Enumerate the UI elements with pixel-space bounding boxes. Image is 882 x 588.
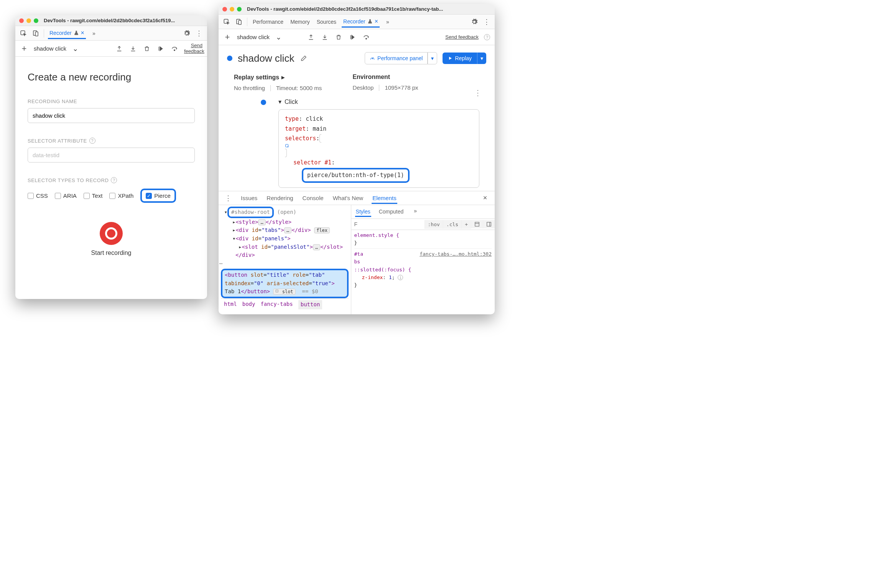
settings-gear-icon[interactable]: [183, 29, 191, 38]
checkbox-text[interactable]: Text: [84, 192, 103, 199]
delete-icon[interactable]: [334, 33, 343, 41]
flex-badge[interactable]: flex: [314, 227, 330, 233]
elements-dom-tree[interactable]: ▾#shadow-root (open) ▸<style>…</style> ▸…: [219, 205, 351, 314]
close-tab-icon[interactable]: ×: [81, 30, 84, 36]
styles-pane: Styles Computed » :hov .cls +: [351, 205, 495, 314]
recording-selector[interactable]: shadow click ⌄: [34, 45, 110, 52]
drawer-tab-elements[interactable]: Elements: [372, 192, 397, 204]
close-window-button[interactable]: [222, 7, 227, 11]
step-over-icon[interactable]: [170, 44, 179, 53]
minimize-window-button[interactable]: [26, 18, 31, 23]
checkbox-pierce[interactable]: ✓ Pierce: [146, 192, 171, 199]
kebab-menu-icon[interactable]: [482, 18, 491, 26]
inspect-icon[interactable]: [222, 18, 231, 26]
more-tabs-icon[interactable]: »: [411, 207, 420, 215]
styles-tab[interactable]: Styles: [355, 207, 371, 217]
step-header[interactable]: ▾ Click ⋮: [278, 98, 479, 105]
new-recording-button[interactable]: +: [20, 44, 28, 53]
import-icon[interactable]: [129, 44, 137, 53]
new-style-rule-icon[interactable]: +: [461, 220, 471, 229]
close-tab-icon[interactable]: ×: [375, 18, 378, 25]
crumb-html[interactable]: html: [224, 300, 237, 309]
import-icon[interactable]: [321, 33, 329, 41]
close-window-button[interactable]: [19, 18, 24, 23]
step-details: type: click target: main selectors: sele…: [278, 109, 479, 188]
inspect-icon[interactable]: [19, 29, 28, 38]
styles-filter-input[interactable]: [351, 219, 425, 230]
more-tabs-icon[interactable]: »: [90, 29, 98, 38]
dom-breadcrumbs[interactable]: html body fancy-tabs button: [221, 298, 349, 311]
device-toggle-icon[interactable]: [31, 29, 40, 38]
drawer-tab-whats-new[interactable]: What's New: [332, 192, 364, 204]
performance-panel-dropdown[interactable]: Performance panel ▾: [365, 52, 437, 64]
dropdown-caret[interactable]: ▾: [477, 53, 486, 64]
send-feedback-link[interactable]: Send feedback: [445, 34, 479, 40]
replay-button-group[interactable]: Replay ▾: [443, 53, 486, 64]
selector-types-group: CSS ARIA Text XPath ✓ Pierce: [28, 189, 195, 203]
tab-recorder[interactable]: Recorder ×: [48, 27, 86, 39]
crumb-body[interactable]: body: [242, 300, 255, 309]
settings-gear-icon[interactable]: [470, 18, 479, 26]
toggle-sidebar-icon[interactable]: [483, 220, 495, 228]
tab-sources[interactable]: Sources: [315, 16, 338, 27]
slot-badge[interactable]: slot: [273, 289, 295, 295]
source-link[interactable]: fancy-tabs-….mo.html:302: [420, 250, 492, 258]
crumb-button[interactable]: button: [298, 300, 323, 309]
device-toggle-icon[interactable]: [235, 18, 243, 26]
step-over-icon[interactable]: [362, 33, 370, 41]
help-icon[interactable]: ?: [89, 138, 95, 144]
crumb-fancy-tabs[interactable]: fancy-tabs: [260, 300, 293, 309]
selector-attribute-input[interactable]: [28, 148, 195, 163]
drawer-tabs: Issues Rendering Console What's New Elem…: [219, 191, 495, 205]
export-icon[interactable]: [115, 44, 123, 53]
tab-performance[interactable]: Performance: [251, 16, 285, 27]
zoom-window-button[interactable]: [34, 18, 38, 23]
styles-subtabs: Styles Computed »: [351, 205, 495, 219]
new-recording-button[interactable]: +: [223, 33, 232, 41]
recording-selector[interactable]: shadow click ⌄: [237, 34, 301, 41]
send-feedback-link[interactable]: Send feedback: [184, 43, 202, 54]
help-icon[interactable]: ?: [484, 34, 490, 40]
replay-settings-heading[interactable]: Replay settings ▸: [234, 74, 322, 81]
drawer-close-icon[interactable]: ×: [481, 194, 489, 202]
edit-name-icon[interactable]: [299, 54, 308, 62]
checkbox-box: [28, 193, 34, 199]
tab-recorder[interactable]: Recorder ×: [342, 16, 380, 28]
info-icon[interactable]: i: [398, 275, 403, 280]
drawer-tab-rendering[interactable]: Rendering: [266, 192, 294, 204]
drawer-tab-issues[interactable]: Issues: [240, 192, 258, 204]
computed-sidebar-icon[interactable]: [471, 220, 483, 228]
drawer-tab-console[interactable]: Console: [302, 192, 324, 204]
checkbox-aria[interactable]: ARIA: [55, 192, 77, 199]
more-tabs-icon[interactable]: »: [383, 18, 392, 26]
highlighted-selector-value: pierce/button:nth-of-type(1): [302, 168, 410, 183]
checkbox-xpath[interactable]: XPath: [109, 192, 133, 199]
help-icon[interactable]: ?: [111, 177, 117, 183]
step-play-icon[interactable]: [156, 44, 165, 53]
replay-button: Replay: [443, 53, 477, 64]
recording-name-input[interactable]: [28, 108, 195, 123]
cls-toggle[interactable]: .cls: [443, 220, 461, 229]
tab-memory[interactable]: Memory: [289, 16, 311, 27]
styles-rules[interactable]: element.style { } #ta fancy-tabs-….mo.ht…: [351, 230, 495, 314]
step-menu-icon[interactable]: ⋮: [474, 88, 482, 97]
start-recording-button[interactable]: [100, 222, 123, 245]
hov-toggle[interactable]: :hov: [425, 220, 443, 229]
highlighted-dom-node[interactable]: <button slot="title" role="tab" tabindex…: [221, 269, 349, 298]
svg-rect-2: [35, 32, 38, 36]
delete-icon[interactable]: [143, 44, 151, 53]
ellipsis-icon[interactable]: ⋯: [219, 260, 222, 266]
computed-tab[interactable]: Computed: [378, 207, 405, 217]
start-recording-label: Start recording: [28, 250, 195, 256]
svg-point-7: [365, 38, 367, 39]
step-play-icon[interactable]: [348, 33, 357, 41]
checkbox-css[interactable]: CSS: [28, 192, 48, 199]
svg-point-8: [372, 58, 373, 59]
dropdown-caret[interactable]: ▾: [428, 52, 437, 64]
step-click: ▾ Click ⋮ type: click target: main selec…: [265, 98, 479, 188]
drawer-menu-icon[interactable]: [224, 194, 232, 202]
zoom-window-button[interactable]: [237, 7, 242, 11]
minimize-window-button[interactable]: [230, 7, 234, 11]
export-icon[interactable]: [307, 33, 315, 41]
kebab-menu-icon[interactable]: [195, 29, 203, 38]
